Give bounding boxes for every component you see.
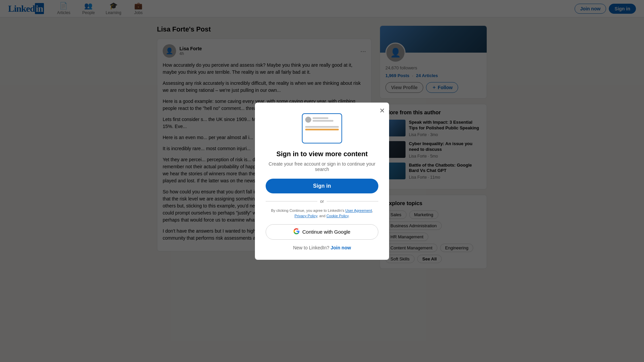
divider-line-right (327, 201, 378, 201)
privacy-policy-link[interactable]: Privacy Policy (294, 214, 317, 218)
modal-signin-button[interactable]: Sign in (266, 179, 378, 193)
modal-icon-avatar (305, 117, 311, 123)
modal-icon-line-2 (313, 120, 333, 122)
modal-icon-box (302, 113, 342, 143)
modal-overlay[interactable]: ✕ Sign in to view more content Create yo… (0, 0, 644, 277)
modal-icon-line-highlight (305, 129, 339, 130)
modal-icon-lines (313, 117, 339, 122)
modal-icon-line-3 (305, 126, 339, 128)
modal-icon-text-lines (305, 126, 339, 140)
divider-or-text: or (320, 199, 324, 204)
user-agreement-link[interactable]: User Agreement (345, 208, 372, 213)
modal-join-text: New to LinkedIn? Join now (266, 245, 378, 250)
modal-close-button[interactable]: ✕ (379, 107, 385, 115)
google-signin-button[interactable]: Continue with Google (266, 224, 378, 240)
modal-icon-line-1 (313, 117, 328, 119)
signin-modal: ✕ Sign in to view more content Create yo… (255, 103, 389, 260)
modal-subtitle: Create your free account or sign in to c… (266, 161, 378, 172)
modal-title: Sign in to view more content (266, 150, 378, 158)
modal-icon-header (305, 117, 339, 123)
modal-illustration (266, 113, 378, 143)
divider-line-left (266, 201, 317, 201)
modal-join-link[interactable]: Join now (331, 245, 351, 250)
google-logo-icon (293, 228, 300, 236)
modal-legal-text: By clicking Continue, you agree to Linke… (266, 208, 378, 219)
cookie-policy-link[interactable]: Cookie Policy (326, 214, 348, 218)
modal-divider: or (266, 199, 378, 204)
